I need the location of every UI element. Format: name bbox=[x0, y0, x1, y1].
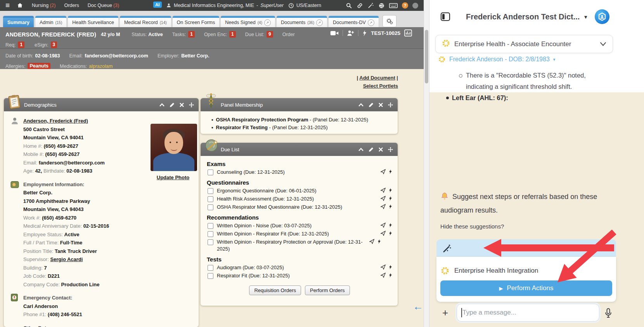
open-enc-count-badge[interactable]: 1 bbox=[229, 31, 236, 38]
perform-order-icon[interactable] bbox=[389, 188, 392, 193]
checkbox[interactable] bbox=[208, 170, 213, 175]
message-input[interactable] bbox=[457, 304, 599, 322]
add-person-icon[interactable] bbox=[347, 30, 354, 36]
bolt-icon[interactable] bbox=[362, 30, 367, 36]
popout-icon[interactable]: ↗ bbox=[368, 19, 374, 26]
close-icon[interactable] bbox=[180, 103, 184, 107]
bar-chart-icon[interactable] bbox=[404, 29, 412, 36]
checkbox[interactable] bbox=[208, 188, 213, 194]
send-order-icon[interactable] bbox=[381, 196, 386, 201]
select-portlets-link[interactable]: Select Portlets bbox=[363, 83, 398, 89]
send-order-icon[interactable] bbox=[381, 273, 386, 278]
conversation-title[interactable]: Frederick Anderson Test Dict... ▾ bbox=[466, 12, 587, 21]
search-icon[interactable] bbox=[346, 2, 352, 9]
collapse-icon[interactable] bbox=[358, 148, 364, 151]
patient-context-link[interactable]: Frederick Anderson - DOB: 2/8/1983 ▾ bbox=[438, 55, 555, 63]
esign-count-badge[interactable]: 3 bbox=[51, 42, 57, 48]
checkbox[interactable] bbox=[208, 265, 213, 271]
timezone-label[interactable]: US/Eastern bbox=[296, 3, 321, 8]
perform-order-icon[interactable] bbox=[389, 265, 392, 270]
req-count-badge[interactable]: 1 bbox=[18, 42, 24, 48]
back-arrow-icon[interactable]: ← bbox=[413, 301, 423, 313]
keyboard-icon[interactable] bbox=[389, 3, 398, 9]
chevron-down-icon[interactable] bbox=[600, 42, 606, 46]
send-order-icon[interactable] bbox=[381, 204, 386, 209]
wand-icon[interactable] bbox=[367, 2, 374, 9]
requisition-orders-button[interactable]: Requisition Orders bbox=[249, 285, 301, 295]
scrollbar-thumb[interactable] bbox=[425, 30, 428, 83]
microphone-icon[interactable] bbox=[604, 308, 612, 320]
patient-name-link[interactable]: Anderson, Frederick (Fred) bbox=[23, 118, 88, 124]
tab-settings-button[interactable] bbox=[383, 15, 396, 27]
tab-medical-record[interactable]: Medical Record(14) bbox=[120, 16, 171, 27]
perform-order-icon[interactable] bbox=[389, 273, 392, 278]
nav-nursing[interactable]: Nursing(2) bbox=[32, 3, 55, 8]
close-icon[interactable] bbox=[379, 103, 383, 107]
home-icon[interactable] bbox=[17, 2, 23, 9]
due-list-count-badge[interactable]: 9 bbox=[267, 31, 273, 38]
video-camera-icon[interactable] bbox=[330, 30, 339, 36]
close-icon[interactable] bbox=[379, 147, 383, 152]
update-photo-link[interactable]: Update Photo bbox=[157, 175, 190, 180]
move-icon[interactable] bbox=[388, 102, 393, 107]
tab-documents[interactable]: Documents(36)↗ bbox=[277, 16, 327, 27]
hamburger-menu-icon[interactable]: ≡ bbox=[5, 1, 10, 10]
send-order-icon[interactable] bbox=[381, 223, 386, 228]
tab-admin[interactable]: Admin(15) bbox=[35, 16, 66, 27]
edit-icon[interactable] bbox=[369, 102, 374, 107]
assistant-logo-icon[interactable] bbox=[595, 9, 609, 24]
nav-orders[interactable]: Orders bbox=[64, 3, 79, 8]
help-icon[interactable]: ? bbox=[402, 2, 408, 9]
perform-order-icon[interactable] bbox=[389, 231, 392, 236]
perform-order-icon[interactable] bbox=[389, 204, 392, 209]
send-order-icon[interactable] bbox=[369, 239, 374, 244]
demographics-header[interactable]: Demographics bbox=[4, 98, 199, 111]
edit-icon[interactable] bbox=[369, 147, 374, 152]
perform-order-icon[interactable] bbox=[389, 169, 392, 174]
checkbox[interactable] bbox=[208, 231, 213, 237]
checkbox[interactable] bbox=[208, 239, 213, 245]
nav-doc-queue[interactable]: Doc Queue(3) bbox=[88, 3, 119, 8]
link-icon[interactable] bbox=[357, 2, 363, 9]
hide-suggestions-link[interactable]: Hide these suggestions? bbox=[440, 223, 504, 230]
scrollbar-track[interactable] bbox=[424, 0, 429, 327]
panel-membership-header[interactable]: Panel Membership bbox=[201, 98, 398, 111]
medication-value[interactable]: alprazolam bbox=[89, 64, 113, 69]
checkbox[interactable] bbox=[208, 273, 213, 279]
ai-badge[interactable]: AI bbox=[153, 2, 162, 8]
attach-plus-icon[interactable]: + bbox=[442, 307, 448, 319]
tasks-count-badge[interactable]: 1 bbox=[188, 31, 195, 38]
encounter-card[interactable]: Enterprise Health - Associate Encounter bbox=[435, 35, 613, 53]
patient-name[interactable]: ANDERSON, FREDERICK (FRED) bbox=[5, 31, 96, 38]
add-document-link[interactable]: Add Document bbox=[359, 75, 395, 81]
due-list-header[interactable]: Due List bbox=[201, 143, 398, 156]
send-order-icon[interactable] bbox=[381, 265, 386, 270]
send-order-icon[interactable] bbox=[381, 231, 386, 236]
panel-toggle-icon[interactable] bbox=[440, 12, 450, 23]
collapse-icon[interactable] bbox=[159, 103, 164, 107]
order-link[interactable]: Order bbox=[282, 32, 295, 37]
allergy-badge[interactable]: Peanuts bbox=[28, 63, 50, 69]
globe-icon[interactable] bbox=[378, 2, 385, 9]
move-icon[interactable] bbox=[388, 147, 393, 152]
suggestion-bar[interactable] bbox=[436, 239, 616, 257]
collapse-icon[interactable] bbox=[358, 103, 364, 107]
send-order-icon[interactable] bbox=[381, 188, 386, 193]
tab-health-surveillance[interactable]: Health Surveillance bbox=[68, 16, 118, 27]
tab-needs-signed[interactable]: Needs Signed(4)↗ bbox=[221, 16, 275, 27]
checkbox[interactable] bbox=[208, 223, 213, 229]
send-order-icon[interactable] bbox=[381, 169, 386, 174]
supervisor-link[interactable]: Sergio Acardi bbox=[50, 256, 83, 262]
popout-icon[interactable]: ↗ bbox=[264, 19, 271, 26]
move-icon[interactable] bbox=[189, 102, 194, 107]
tab-documents-dv[interactable]: Documents-DV↗ bbox=[329, 16, 379, 27]
perform-order-icon[interactable] bbox=[377, 239, 381, 244]
perform-order-icon[interactable] bbox=[389, 196, 392, 201]
suggestion-prompt[interactable]: Suggest next steps or referrals based on… bbox=[440, 191, 608, 216]
tab-on-screen-forms[interactable]: On Screen Forms bbox=[173, 16, 220, 27]
perform-orders-button[interactable]: Perform Orders bbox=[305, 285, 350, 295]
perform-actions-button[interactable]: ▶ Perform Actions bbox=[440, 280, 612, 296]
tab-summary[interactable]: Summary bbox=[3, 16, 34, 27]
perform-order-icon[interactable] bbox=[389, 223, 392, 228]
checkbox[interactable] bbox=[208, 196, 213, 202]
